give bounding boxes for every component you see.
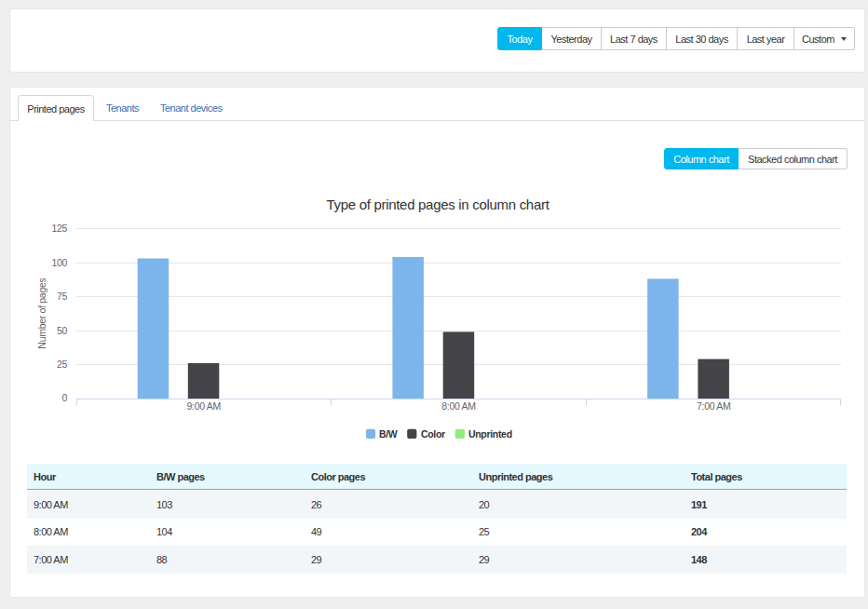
svg-text:0: 0 <box>61 392 67 403</box>
svg-text:75: 75 <box>57 291 68 302</box>
svg-text:50: 50 <box>57 325 68 336</box>
svg-text:B/W: B/W <box>379 428 398 440</box>
svg-text:Color: Color <box>421 428 445 440</box>
svg-text:25: 25 <box>57 359 68 370</box>
svg-text:125: 125 <box>51 223 67 234</box>
svg-text:Type of printed pages in colum: Type of printed pages in column chart <box>326 196 549 212</box>
svg-text:Unprinted: Unprinted <box>468 428 512 440</box>
svg-text:7:00 AM: 7:00 AM <box>697 400 730 412</box>
svg-text:Number of pages: Number of pages <box>37 278 48 349</box>
svg-text:9:00 AM: 9:00 AM <box>187 400 221 412</box>
svg-text:100: 100 <box>51 257 67 268</box>
svg-text:8:00 AM: 8:00 AM <box>441 400 475 412</box>
